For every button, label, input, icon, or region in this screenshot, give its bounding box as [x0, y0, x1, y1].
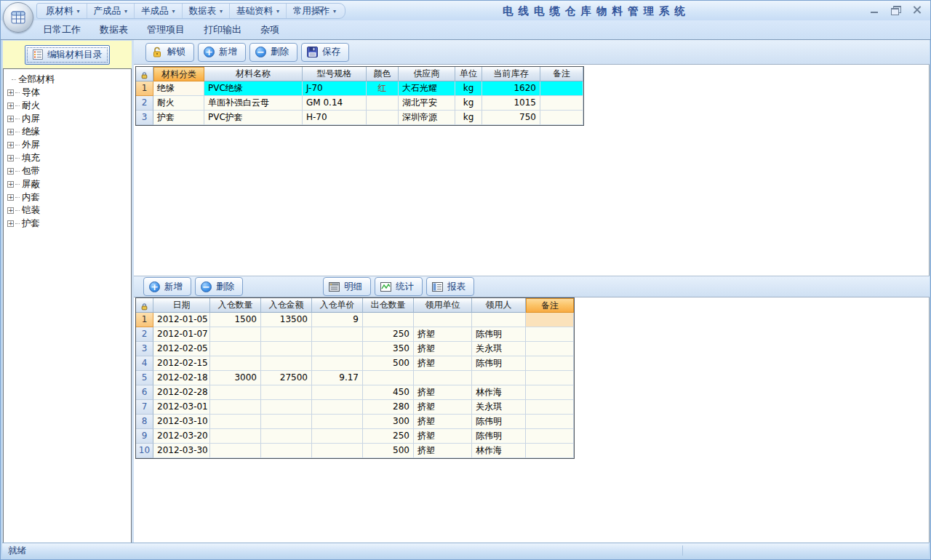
tree-item-3[interactable]: +内屏: [4, 112, 131, 125]
table-cell[interactable]: [312, 385, 363, 400]
table-cell[interactable]: J-70: [303, 81, 367, 96]
edit-materials-button[interactable]: 编辑材料目录: [25, 45, 110, 65]
table-cell[interactable]: 2012-02-05: [153, 342, 210, 356]
row-number[interactable]: 2: [136, 96, 153, 111]
table-cell[interactable]: 1500: [210, 313, 261, 327]
minimize-button[interactable]: [870, 6, 879, 14]
table-cell[interactable]: 1015: [482, 96, 540, 111]
save-button[interactable]: 保存: [301, 43, 349, 62]
table-cell[interactable]: [526, 429, 574, 444]
table-cell[interactable]: 250: [363, 327, 414, 342]
table-cell[interactable]: 林作海: [472, 385, 526, 400]
tree-item-1[interactable]: +导体: [4, 86, 131, 99]
table-cell[interactable]: H-70: [303, 111, 367, 125]
table-cell[interactable]: [367, 96, 399, 111]
table-cell[interactable]: [414, 371, 472, 385]
add-button[interactable]: + 新增: [198, 43, 246, 62]
expand-icon[interactable]: +: [7, 220, 14, 227]
table-cell[interactable]: 250: [363, 429, 414, 444]
expand-icon[interactable]: +: [7, 103, 14, 109]
table-cell[interactable]: [312, 327, 363, 342]
table-cell[interactable]: 27500: [261, 371, 312, 385]
table-cell[interactable]: [261, 342, 312, 356]
table-cell[interactable]: [472, 371, 526, 385]
table-cell[interactable]: [261, 356, 312, 371]
table-cell[interactable]: 绝缘: [153, 81, 204, 96]
table-cell[interactable]: 2012-01-07: [153, 327, 210, 342]
table-cell[interactable]: [210, 356, 261, 371]
table-cell[interactable]: PVC护套: [204, 111, 303, 125]
table-cell[interactable]: 450: [363, 385, 414, 400]
table-cell[interactable]: [210, 385, 261, 400]
table-cell[interactable]: kg: [455, 111, 482, 125]
table-cell[interactable]: 2012-02-28: [153, 385, 210, 400]
column-header-5[interactable]: 领用单位: [414, 298, 472, 313]
close-button[interactable]: [912, 6, 922, 14]
table-cell[interactable]: [312, 356, 363, 371]
expand-icon[interactable]: +: [7, 89, 14, 96]
table-cell[interactable]: [261, 400, 312, 415]
tree-item-9[interactable]: +内套: [4, 191, 131, 204]
table-cell[interactable]: 2012-03-30: [153, 444, 210, 458]
table-cell[interactable]: 耐火: [153, 96, 204, 111]
table-cell[interactable]: 大石光耀: [399, 81, 455, 96]
table-cell[interactable]: 挤塑: [414, 385, 472, 400]
table-cell[interactable]: PVC绝缘: [204, 81, 303, 96]
table-cell[interactable]: 关永琪: [472, 342, 526, 356]
column-header-2[interactable]: 型号规格: [303, 67, 367, 81]
row-number[interactable]: 7: [136, 400, 153, 415]
column-header-2[interactable]: 入仓金额: [261, 298, 312, 313]
column-header-0[interactable]: 日期: [153, 298, 210, 313]
table-cell[interactable]: 挤塑: [414, 400, 472, 415]
table-cell[interactable]: [363, 371, 414, 385]
expand-icon[interactable]: +: [7, 116, 14, 122]
table-cell[interactable]: 挤塑: [414, 429, 472, 444]
row-number[interactable]: 6: [136, 385, 153, 400]
column-header-5[interactable]: 单位: [455, 67, 482, 81]
restore-button[interactable]: [891, 6, 900, 14]
expand-icon[interactable]: +: [7, 194, 14, 201]
menu-item-3[interactable]: 数据表▾: [183, 4, 231, 18]
row-number[interactable]: 8: [136, 415, 153, 429]
tab-2[interactable]: 管理项目: [137, 23, 194, 36]
table-cell[interactable]: 陈伟明: [472, 415, 526, 429]
column-header-1[interactable]: 材料名称: [204, 67, 303, 81]
delete-button-2[interactable]: − 删除: [195, 277, 243, 296]
table-cell[interactable]: [526, 356, 574, 371]
tree-item-5[interactable]: +外屏: [4, 138, 131, 151]
add-button-2[interactable]: + 新增: [143, 277, 191, 296]
menu-item-4[interactable]: 基础资料▾: [230, 4, 287, 18]
menu-item-2[interactable]: 半成品▾: [135, 4, 183, 18]
table-cell[interactable]: 300: [363, 415, 414, 429]
table-cell[interactable]: [261, 444, 312, 458]
table-cell[interactable]: [363, 313, 414, 327]
table-cell[interactable]: 挤塑: [414, 444, 472, 458]
table-cell[interactable]: 关永琪: [472, 400, 526, 415]
tree-item-0[interactable]: 全部材料: [4, 73, 131, 86]
table-cell[interactable]: 9: [312, 313, 363, 327]
tree-item-2[interactable]: +耐火: [4, 99, 131, 112]
table-cell[interactable]: 2012-02-15: [153, 356, 210, 371]
table-cell[interactable]: [210, 400, 261, 415]
column-header-7[interactable]: 备注: [526, 298, 574, 313]
table-cell[interactable]: 单面补强白云母: [204, 96, 303, 111]
row-number[interactable]: 10: [136, 444, 153, 458]
table-cell[interactable]: kg: [455, 81, 482, 96]
column-header-0[interactable]: 材料分类: [153, 67, 204, 81]
expand-icon[interactable]: +: [7, 181, 14, 188]
table-cell[interactable]: [526, 313, 574, 327]
column-header-7[interactable]: 备注: [540, 67, 583, 81]
table-cell[interactable]: 13500: [261, 313, 312, 327]
menu-item-5[interactable]: 常用操作▾: [287, 4, 343, 18]
table-cell[interactable]: [210, 342, 261, 356]
table-cell[interactable]: [210, 444, 261, 458]
row-number[interactable]: 9: [136, 429, 153, 444]
table-cell[interactable]: [526, 400, 574, 415]
table-cell[interactable]: 护套: [153, 111, 204, 125]
table-cell[interactable]: [526, 444, 574, 458]
tab-4[interactable]: 杂项: [251, 23, 289, 36]
tab-0[interactable]: 日常工作: [33, 23, 90, 36]
expand-icon[interactable]: +: [7, 129, 14, 135]
table-cell[interactable]: [312, 429, 363, 444]
table-cell[interactable]: [312, 342, 363, 356]
